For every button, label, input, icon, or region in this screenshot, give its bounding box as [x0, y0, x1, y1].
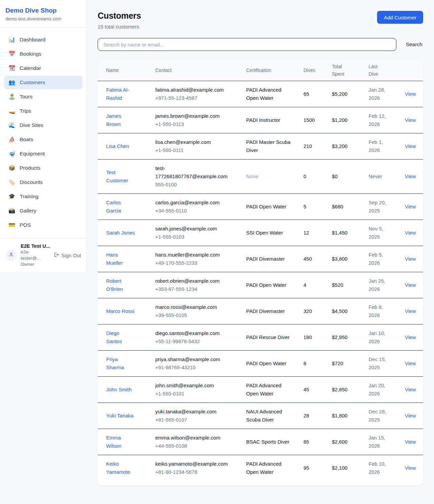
add-customer-button[interactable]: Add Customer [377, 11, 423, 24]
view-link[interactable]: View [405, 387, 416, 392]
pos-icon: 💳 [8, 222, 15, 228]
customer-email: john.smith@example.com [155, 381, 232, 390]
table-row: Fatima Al-Rashid fatima.alrashid@example… [98, 81, 423, 107]
customer-name-link[interactable]: Hans Mueller [106, 251, 136, 267]
view-link[interactable]: View [405, 360, 416, 366]
sidebar-item-label: Discounts [20, 179, 43, 186]
sidebar-item-label: Tours [20, 93, 33, 100]
customer-last-dive: Feb 1, 2026 [369, 138, 389, 154]
sidebar-item-trips[interactable]: 🚤 Trips [4, 104, 82, 118]
sidebar-item-gallery[interactable]: 📸 Gallery [4, 204, 82, 218]
sidebar-item-dive-sites[interactable]: 🌊 Dive Sites [4, 118, 82, 132]
sidebar-item-pos[interactable]: 💳 POS [4, 218, 82, 232]
gallery-icon: 📸 [8, 207, 15, 214]
customer-phone: +44-555-0108 [155, 442, 241, 450]
customer-name-link[interactable]: Yuki Tanaka [106, 412, 134, 420]
sidebar-item-label: Equipment [20, 150, 45, 157]
col-header-contact: Contact [155, 60, 246, 81]
logout-icon [53, 252, 59, 259]
col-header-certification: Certification [246, 60, 303, 81]
sidebar-item-dashboard[interactable]: 📊 Dashboard [4, 33, 82, 46]
search-button[interactable]: Search [405, 41, 423, 48]
sign-out-button[interactable]: Sign Out [53, 252, 81, 259]
sidebar-item-calendar[interactable]: 📆 Calendar [4, 61, 82, 75]
customer-phone: +39-555-0105 [155, 311, 241, 319]
page-header-text: Customers 15 total customers [98, 11, 141, 30]
customer-total-spent: $3,200 [332, 143, 348, 149]
sidebar-item-label: Customers [20, 79, 45, 86]
sidebar-item-equipment[interactable]: 🤿 Equipment [4, 147, 82, 161]
sidebar-item-training[interactable]: 🎓 Training [4, 190, 82, 203]
customer-dives: 1500 [303, 117, 315, 123]
view-link[interactable]: View [405, 117, 416, 123]
sidebar-item-discounts[interactable]: 🏷️ Discounts [4, 175, 82, 189]
customer-name-link[interactable]: Robert O'Brien [106, 277, 136, 293]
view-link[interactable]: View [405, 173, 416, 179]
customer-name-link[interactable]: Emma Wilson [106, 434, 136, 450]
sidebar-item-tours[interactable]: 🏝️ Tours [4, 90, 82, 104]
customer-phone: +55-11-99876-5432 [155, 337, 241, 346]
customer-last-dive: Never [369, 172, 382, 181]
customer-dives: 8 [303, 360, 306, 366]
sidebar-item-label: Gallery [20, 207, 36, 214]
customer-last-dive: Jan 15, 2026 [369, 434, 389, 450]
sidebar-item-label: POS [20, 222, 31, 228]
products-icon: 📦 [8, 165, 15, 171]
view-link[interactable]: View [405, 282, 416, 288]
customer-total-spent: $1,800 [332, 413, 348, 418]
customer-name-link[interactable]: John Smith [106, 386, 132, 394]
view-link[interactable]: View [405, 230, 416, 236]
customer-last-dive: Jan 10, 2026 [369, 329, 389, 346]
view-link[interactable]: View [405, 334, 416, 340]
page-header: Customers 15 total customers Add Custome… [98, 11, 423, 30]
sidebar-header: Demo Dive Shop demo.test.divestreams.com [0, 0, 86, 27]
customer-phone: +91-98765-43210 [155, 363, 241, 372]
table-row: Emma Wilson emma.wilson@example.com +44-… [98, 429, 423, 455]
view-link[interactable]: View [405, 308, 416, 314]
customer-total-spent: $520 [332, 282, 343, 288]
customer-name-link[interactable]: Test Customer [106, 168, 136, 185]
customer-name-link[interactable]: Priya Sharma [106, 355, 136, 372]
view-link[interactable]: View [405, 439, 416, 445]
user-icon [8, 251, 14, 259]
view-link[interactable]: View [405, 91, 416, 97]
view-link[interactable]: View [405, 204, 416, 209]
customer-email: marco.rossi@example.com [155, 303, 232, 311]
view-link[interactable]: View [405, 465, 416, 471]
user-email: e2e-tester@... [21, 249, 50, 261]
customer-phone: +34-555-0110 [155, 207, 241, 215]
customer-name-link[interactable]: Diego Santos [106, 329, 136, 346]
sidebar-user-section: E2E Test U... e2e-tester@... Owner Sign … [0, 238, 86, 272]
customer-certification: PADI Advanced Open Water [246, 381, 291, 398]
sidebar: Demo Dive Shop demo.test.divestreams.com… [0, 0, 87, 272]
view-link[interactable]: View [405, 256, 416, 262]
main-content: Customers 15 total customers Add Custome… [87, 0, 434, 494]
search-input[interactable] [98, 38, 396, 51]
user-info: E2E Test U... e2e-tester@... Owner [21, 243, 50, 267]
col-header-name: Name [98, 60, 155, 81]
table-row: John Smith john.smith@example.com +1-555… [98, 377, 423, 403]
customers-icon: 👥 [8, 79, 15, 86]
customer-email: hans.mueller@example.com [155, 251, 232, 259]
customer-total-spent: $4,500 [332, 308, 348, 314]
customer-name-link[interactable]: Lisa Chen [106, 142, 129, 150]
sidebar-item-customers[interactable]: 👥 Customers [4, 76, 82, 89]
sidebar-item-label: Bookings [20, 51, 41, 57]
customer-name-link[interactable]: Marco Rossi [106, 307, 134, 315]
sidebar-item-boats[interactable]: ⛵ Boats [4, 133, 82, 146]
customer-name-link[interactable]: Carlos Garcia [106, 199, 136, 215]
view-link[interactable]: View [405, 143, 416, 149]
customer-name-link[interactable]: Sarah Jones [106, 229, 135, 237]
shop-title: Demo Dive Shop [5, 6, 81, 15]
customer-total-spent: $2,850 [332, 387, 348, 392]
customer-email: emma.wilson@example.com [155, 434, 232, 442]
sidebar-item-products[interactable]: 📦 Products [4, 161, 82, 175]
customer-dives: 210 [303, 143, 312, 149]
sidebar-item-bookings[interactable]: 📅 Bookings [4, 47, 82, 61]
sidebar-item-label: Dashboard [20, 36, 45, 43]
customer-name-link[interactable]: Keiko Yamamoto [106, 460, 136, 476]
customer-name-link[interactable]: James Brown [106, 112, 136, 128]
customer-last-dive: Nov 5, 2025 [369, 225, 389, 241]
view-link[interactable]: View [405, 413, 416, 418]
customer-name-link[interactable]: Fatima Al-Rashid [106, 86, 136, 102]
